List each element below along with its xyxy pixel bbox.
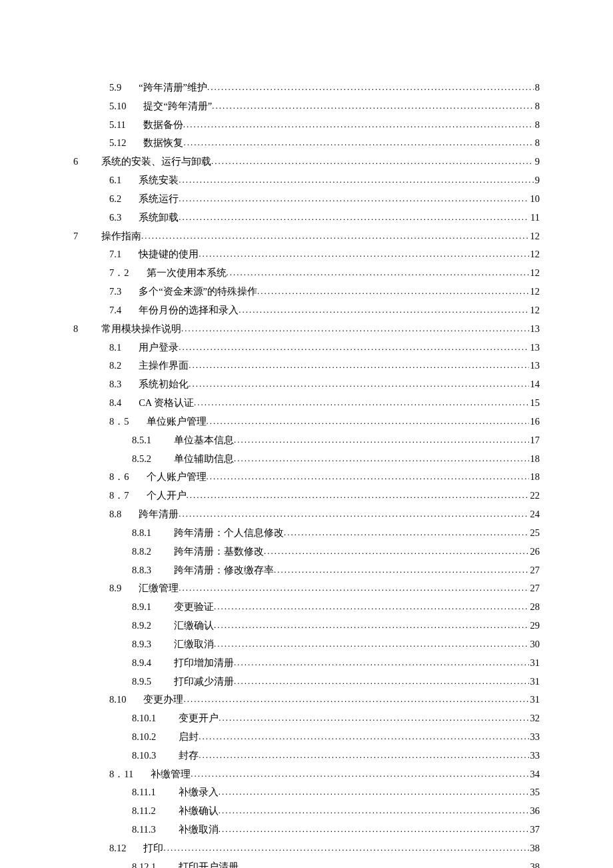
- toc-title: 主操作界面: [139, 357, 189, 375]
- toc-page-number: 37: [529, 821, 540, 839]
- toc-leader-dots: [194, 395, 528, 411]
- toc-section-number: 8.4: [109, 394, 121, 413]
- toc-section-number: 5.9: [109, 79, 121, 97]
- toc-page-number: 22: [529, 487, 540, 505]
- toc-leader-dots: [163, 840, 528, 857]
- toc-entry: 7．2第一次使用本系统12: [73, 264, 540, 283]
- toc-entry: 8．11补缴管理34: [73, 765, 540, 784]
- toc-title: 系统的安装、运行与卸载: [101, 153, 211, 171]
- toc-title: 数据备份: [143, 116, 183, 135]
- toc-leader-dots: [239, 302, 528, 319]
- toc-section-number: 7．2: [109, 264, 129, 283]
- toc-entry: 8.11.1补缴录入35: [73, 783, 540, 802]
- toc-title: “跨年清册”维护: [139, 79, 207, 97]
- toc-entry: 8.10.3封存33: [73, 747, 540, 765]
- toc-page-number: 9: [534, 171, 540, 190]
- toc-entry: 8.8.2跨年清册：基数修改26: [73, 543, 540, 561]
- toc-chapter-number: 7: [73, 227, 89, 246]
- toc-page-number: 31: [529, 654, 540, 673]
- toc-leader-dots: [239, 859, 528, 868]
- toc-section-number: 8.5.2: [132, 450, 151, 469]
- toc-entry: 8.9.1变更验证28: [73, 598, 540, 617]
- toc-leader-dots: [189, 357, 528, 374]
- toc-page-number: 33: [529, 728, 540, 747]
- toc-chapter-number: 6: [73, 153, 89, 171]
- toc-entry: 8.9.3汇缴取消30: [73, 635, 540, 654]
- toc-entry: 8.12.1打印开户清册38: [73, 858, 540, 868]
- toc-title: 打印减少清册: [174, 673, 234, 691]
- toc-entry: 7.4年份月份的选择和录入12: [73, 301, 540, 320]
- toc-entry: 8.10变更办理31: [73, 691, 540, 709]
- toc-section-number: 7.4: [109, 301, 121, 320]
- toc-entry: 8.8.1跨年清册：个人信息修改25: [73, 524, 540, 543]
- toc-section-number: 8.8.2: [132, 543, 151, 561]
- toc-entry: 8.9汇缴管理27: [73, 579, 540, 598]
- toc-entry: 8．7个人开户22: [73, 487, 540, 505]
- toc-page-number: 18: [529, 468, 540, 487]
- toc-section-number: 8.5.1: [132, 431, 151, 450]
- toc-title: 第一次使用本系统: [147, 264, 227, 283]
- toc-leader-dots: [183, 117, 534, 133]
- toc-title: 汇缴确认: [174, 617, 214, 635]
- toc-entry: 8.9.5打印减少清册31: [73, 673, 540, 691]
- toc-page-number: 8: [534, 97, 540, 116]
- toc-section-number: 6.1: [109, 171, 121, 190]
- toc-page-number: 38: [529, 858, 540, 868]
- toc-section-number: 7.3: [109, 283, 121, 301]
- toc-page-number: 11: [529, 209, 540, 227]
- toc-title: 打印开户清册: [179, 858, 239, 868]
- toc-entry: 7操作指南12: [73, 227, 540, 246]
- toc-section-number: 8.9: [109, 579, 121, 598]
- toc-leader-dots: [179, 172, 534, 189]
- toc-leader-dots: [212, 98, 534, 115]
- toc-leader-dots: [219, 710, 528, 727]
- toc-leader-dots: [214, 617, 529, 634]
- toc-title: 年份月份的选择和录入: [139, 301, 239, 320]
- toc-page-number: 8: [534, 116, 540, 135]
- toc-section-number: 7.1: [109, 245, 121, 264]
- toc-leader-dots: [183, 135, 533, 151]
- toc-title: 变更开户: [179, 709, 219, 728]
- toc-leader-dots: [214, 599, 529, 615]
- toc-page: 5.9“跨年清册”维护85.10提交“跨年清册”85.11数据备份85.12数据…: [0, 0, 613, 868]
- toc-leader-dots: [219, 821, 529, 838]
- toc-section-number: 8．6: [109, 468, 129, 487]
- toc-page-number: 33: [529, 747, 540, 765]
- toc-page-number: 25: [529, 524, 540, 543]
- toc-entry: 8.8跨年清册24: [73, 505, 540, 524]
- toc-title: 系统安装: [139, 171, 179, 190]
- toc-title: 变更办理: [143, 691, 183, 709]
- toc-title: 打印增加清册: [174, 654, 234, 673]
- toc-leader-dots: [207, 79, 534, 96]
- toc-section-number: 8.12.1: [132, 858, 156, 868]
- toc-section-number: 8.11.3: [132, 821, 156, 839]
- toc-section-number: 8.11.2: [132, 802, 156, 821]
- toc-entry: 8.9.4打印增加清册31: [73, 654, 540, 673]
- toc-entry: 7.1快捷键的使用12: [73, 245, 540, 264]
- toc-section-number: 6.3: [109, 209, 121, 227]
- toc-entry: 5.12数据恢复8: [73, 134, 540, 153]
- toc-title: 系统卸载: [139, 209, 179, 227]
- toc-leader-dots: [187, 487, 529, 504]
- toc-page-number: 12: [529, 264, 540, 283]
- toc-leader-dots: [274, 562, 529, 579]
- toc-section-number: 8.9.3: [132, 635, 151, 654]
- toc-section-number: 8.3: [109, 375, 121, 394]
- toc-title: 启封: [179, 728, 199, 747]
- toc-page-number: 12: [529, 301, 540, 320]
- toc-title: 提交“跨年清册”: [143, 97, 212, 116]
- toc-page-number: 30: [529, 635, 540, 654]
- toc-leader-dots: [211, 153, 534, 170]
- toc-leader-dots: [199, 747, 528, 764]
- toc-leader-dots: [189, 376, 528, 393]
- toc-entry: 8.5.1单位基本信息17: [73, 431, 540, 450]
- toc-entry: 5.11数据备份8: [73, 116, 540, 135]
- toc-section-number: 8．7: [109, 487, 129, 505]
- toc-page-number: 31: [529, 691, 540, 709]
- toc-entry: 8.8.3跨年清册：修改缴存率27: [73, 561, 540, 580]
- toc-page-number: 8: [534, 134, 540, 153]
- toc-page-number: 34: [529, 765, 540, 784]
- toc-title: 系统运行: [139, 190, 179, 209]
- toc-page-number: 17: [529, 431, 540, 450]
- toc-leader-dots: [141, 228, 529, 245]
